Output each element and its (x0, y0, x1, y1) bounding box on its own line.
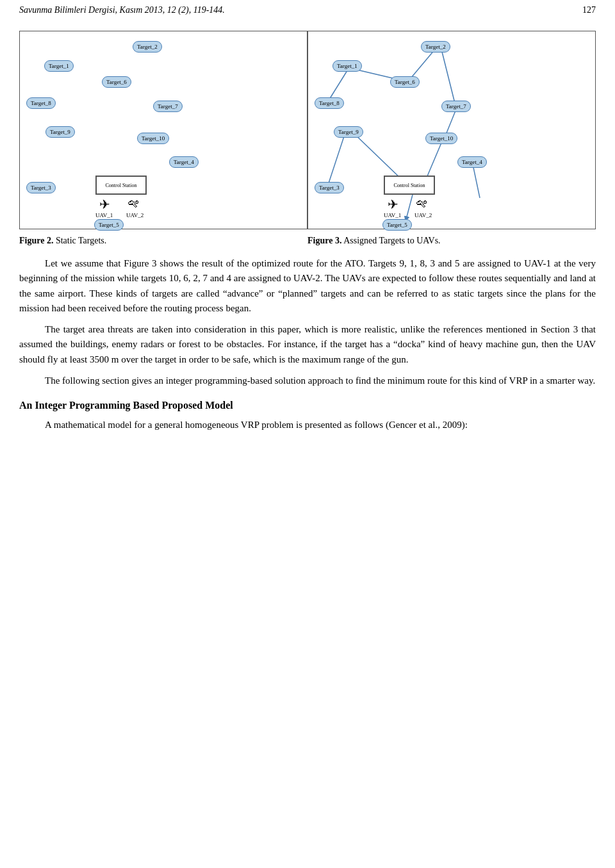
fig3-target1: Target_1 (332, 60, 362, 72)
fig3-uav2-label: UAV_2 (414, 212, 432, 218)
fig3-target2: Target_2 (421, 41, 450, 53)
fig3-target8: Target_8 (315, 97, 344, 109)
fig2-uav1-label: UAV_1 (95, 212, 113, 218)
fig3-target10: Target_10 (425, 133, 457, 144)
figure2-diagram: Target_1 Target_2 Target_6 Target_8 Targ… (25, 38, 302, 224)
svg-line-8 (327, 136, 344, 187)
fig2-target1: Target_1 (44, 60, 74, 72)
header-bar: Savunma Bilimleri Dergisi, Kasım 2013, 1… (0, 0, 615, 20)
figure3-caption: Figure 3. Assigned Targets to UAVs. (308, 236, 596, 246)
last-paragraph: A mathematical model for a general homog… (19, 418, 596, 432)
svg-line-7 (352, 131, 403, 181)
figure2-num: Figure 2. (19, 236, 53, 245)
figure3-box: Target_1 Target_2 Target_6 Target_8 Targ… (308, 31, 596, 229)
fig3-uav1-label: UAV_1 (384, 212, 401, 218)
fig3-target3: Target_3 (315, 182, 344, 193)
figure2-box: Target_1 Target_2 Target_6 Target_8 Targ… (19, 31, 308, 229)
fig3-target4: Target_4 (457, 156, 487, 168)
fig3-target5: Target_5 (382, 219, 412, 231)
paragraph-2: The target area threats are taken into c… (19, 322, 596, 367)
svg-line-3 (441, 49, 455, 106)
figure3-diagram: Target_1 Target_2 Target_6 Target_8 Targ… (313, 38, 590, 224)
figure2-caption-text: Static Targets. (56, 236, 106, 245)
paragraph-3: The following section gives an integer p… (19, 373, 596, 388)
fig2-target10: Target_10 (137, 133, 169, 144)
fig2-target5: Target_5 (94, 219, 124, 231)
fig2-target4: Target_4 (169, 156, 199, 168)
fig2-target7: Target_7 (153, 101, 183, 112)
journal-title: Savunma Bilimleri Dergisi, Kasım 2013, 1… (19, 5, 225, 15)
page-container: Target_1 Target_2 Target_6 Target_8 Targ… (0, 31, 615, 458)
figure3-caption-text: Assigned Targets to UAVs. (343, 236, 440, 245)
last-paragraph-body: A mathematical model for a general homog… (19, 418, 596, 432)
page-number: 127 (582, 5, 596, 15)
fig2-uav1-icon: ✈ (99, 197, 110, 212)
fig2-target6: Target_6 (102, 76, 131, 88)
paragraph-1: Let we assume that Figure 3 shows the re… (19, 256, 596, 316)
text-body: Let we assume that Figure 3 shows the re… (19, 256, 596, 388)
fig3-uav2-icon: 🛩 (416, 197, 427, 210)
fig2-target8: Target_8 (26, 97, 56, 109)
fig3-control-station: Control Station (384, 176, 435, 195)
fig2-target2: Target_2 (133, 41, 162, 53)
fig3-target6: Target_6 (390, 76, 420, 88)
figure2-caption: Figure 2. Static Targets. (19, 236, 308, 246)
section-heading: An Integer Programming Based Proposed Mo… (19, 400, 596, 411)
fig2-control-station: Control Station (95, 176, 147, 195)
fig3-uav1-icon: ✈ (388, 197, 398, 212)
figure3-num: Figure 3. (308, 236, 341, 245)
figures-row: Target_1 Target_2 Target_6 Target_8 Targ… (19, 31, 596, 229)
fig2-target9: Target_9 (45, 126, 75, 138)
fig2-target3: Target_3 (26, 182, 56, 193)
figure-caption-row: Figure 2. Static Targets. Figure 3. Assi… (19, 236, 596, 246)
fig3-target7: Target_7 (441, 101, 471, 112)
fig2-uav2-label: UAV_2 (126, 212, 144, 218)
svg-line-9 (406, 195, 413, 219)
fig2-uav2-icon: 🛩 (127, 197, 139, 210)
fig3-target9: Target_9 (334, 126, 363, 138)
